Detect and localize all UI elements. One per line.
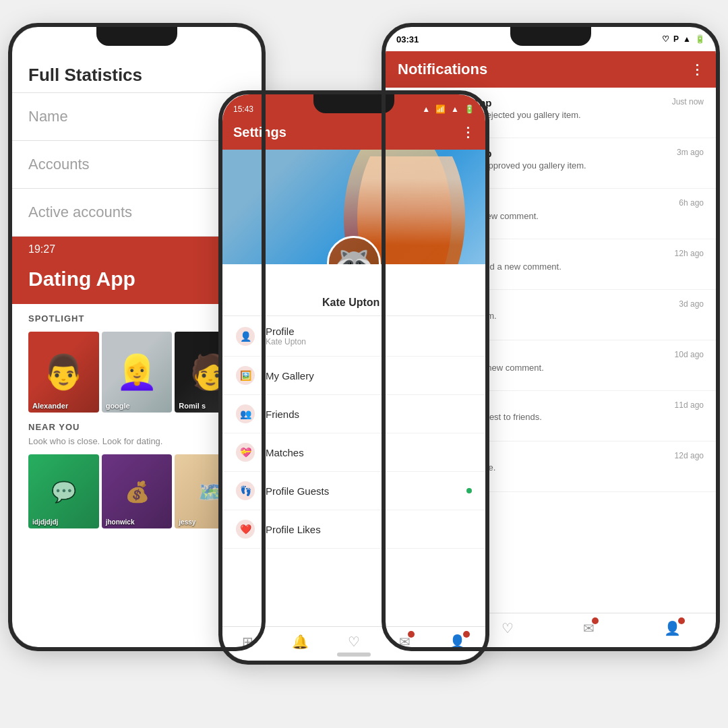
notif-time-7: 12d ago: [675, 451, 704, 460]
menu-item-matches[interactable]: 💝 Matches: [222, 433, 485, 472]
matches-menu-text: Matches: [266, 447, 472, 458]
nav-heart[interactable]: ♡: [348, 634, 360, 650]
profile-menu-title: Profile: [266, 326, 472, 337]
gallery-menu-title: My Gallery: [266, 370, 472, 382]
menu-item-guests[interactable]: 👣 Profile Guests: [222, 472, 485, 510]
near-name-0: idjdjdjdj: [32, 518, 58, 526]
center-header-title: Settings: [233, 125, 286, 140]
notif-time-2: 6h ago: [679, 198, 704, 208]
notif-time-4: 3d ago: [679, 299, 704, 309]
profile-menu-text: Profile Kate Upton: [266, 326, 472, 346]
spotlight-name-1: google: [106, 402, 130, 410]
nav-home[interactable]: ⊞: [242, 634, 253, 650]
right-mail-badge: [592, 617, 599, 624]
friends-menu-text: Friends: [266, 408, 472, 420]
menu-item-gallery[interactable]: 🖼️ My Gallery: [222, 357, 485, 395]
center-time: 15:43: [233, 104, 253, 114]
likes-menu-text: Profile Likes: [266, 524, 472, 535]
friends-icon: 👥: [236, 404, 255, 423]
online-indicator: •: [383, 299, 386, 308]
spotlight-avatar-1: 👱‍♀️: [116, 353, 158, 392]
spotlight-item-0[interactable]: 👨 Alexander: [28, 332, 99, 413]
battery-status-icon: 🔋: [695, 34, 705, 44]
menu-item-friends[interactable]: 👥 Friends: [222, 395, 485, 433]
heart-status-icon: ♡: [662, 34, 669, 44]
wifi-icon: ▲: [451, 104, 459, 114]
spotlight-item-1[interactable]: 👱‍♀️ google: [102, 332, 173, 413]
near-item-1[interactable]: 💰 jhonwick: [102, 454, 173, 528]
notif-time-1: 3m ago: [677, 148, 704, 157]
spotlight-name-0: Alexander: [32, 402, 68, 410]
notif-time-0: Just now: [672, 97, 704, 107]
center-status-bar: 15:43 ▲ 📶 ▲ 🔋: [222, 94, 485, 117]
profile-background: 🦝 ✓: [222, 150, 485, 264]
profile-icon: 👤: [236, 327, 255, 346]
p-status-icon: P: [673, 34, 679, 44]
center-header: Settings ⋮: [222, 117, 485, 150]
raccoon-emoji: 🦝: [334, 247, 374, 264]
gallery-menu-text: My Gallery: [266, 370, 472, 382]
right-profile-badge: [678, 617, 685, 624]
spotlight-name-2: Romil s: [179, 402, 206, 410]
likes-icon: ❤️: [236, 520, 255, 539]
right-header-title: Notifications: [398, 61, 487, 78]
near-name-2: jessy: [179, 518, 195, 526]
mail-badge: [408, 631, 415, 638]
near-item-0[interactable]: 💬 idjdjdjdj: [28, 454, 99, 528]
profile-avatar-container: 🦝 ✓: [327, 236, 381, 264]
menu-item-likes[interactable]: ❤️ Profile Likes: [222, 510, 485, 549]
nav-bell[interactable]: 🔔: [292, 634, 309, 650]
right-status-bar: 03:31 ♡ P ▲ 🔋: [386, 27, 716, 51]
left-phone-title: Full Statistics: [12, 51, 262, 92]
menu-item-profile[interactable]: 👤 Profile Kate Upton: [222, 316, 485, 357]
right-nav-profile[interactable]: 👤: [664, 620, 681, 636]
nav-mail[interactable]: ✉: [399, 634, 411, 650]
notif-time-6: 11d ago: [675, 400, 704, 410]
right-header: Notifications ⋮: [386, 51, 716, 88]
notif-time-3: 12h ago: [675, 249, 704, 258]
spotlight-avatar-0: 👨: [42, 353, 84, 392]
right-nav-mail[interactable]: ✉: [583, 620, 595, 636]
nav-profile[interactable]: 👤: [449, 634, 466, 650]
center-phone: 15:43 ▲ 📶 ▲ 🔋 Settings ⋮ 🦝 ✓ Kate Upton …: [222, 94, 485, 661]
battery-icon: 🔋: [464, 104, 475, 114]
home-button[interactable]: [337, 653, 371, 657]
profile-badge: [463, 631, 470, 638]
profile-avatar: 🦝: [327, 236, 381, 264]
gallery-icon: 🖼️: [236, 366, 255, 385]
guests-menu-text: Profile Guests: [266, 485, 456, 497]
likes-menu-title: Profile Likes: [266, 524, 472, 535]
time-value: 19:27: [28, 243, 55, 255]
right-nav-heart[interactable]: ♡: [502, 620, 514, 636]
profile-menu-sub: Kate Upton: [266, 337, 472, 346]
signal-icon: 📶: [435, 104, 446, 114]
matches-icon: 💝: [236, 443, 255, 462]
guests-dot: [466, 488, 472, 493]
right-header-dots[interactable]: ⋮: [690, 61, 704, 78]
notif-time-5: 10d ago: [675, 350, 704, 359]
profile-name: Kate Upton: [322, 297, 380, 308]
wifi-status-icon: ▲: [683, 34, 691, 44]
guests-icon: 👣: [236, 481, 255, 500]
matches-menu-title: Matches: [266, 447, 472, 458]
profile-name-row: Kate Upton •: [222, 297, 485, 315]
guests-menu-title: Profile Guests: [266, 485, 456, 497]
center-status-icons: ▲ 📶 ▲ 🔋: [422, 104, 475, 114]
friends-menu-title: Friends: [266, 408, 472, 420]
center-header-dots[interactable]: ⋮: [461, 124, 475, 140]
location-icon: ▲: [422, 104, 430, 114]
right-status-icons: ♡ P ▲ 🔋: [662, 34, 705, 44]
near-name-1: jhonwick: [106, 518, 135, 526]
right-time: 03:31: [396, 34, 419, 44]
